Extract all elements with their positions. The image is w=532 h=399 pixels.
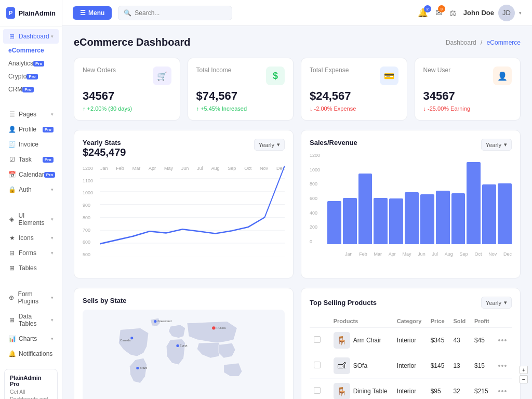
zoom-out-button[interactable]: − [520,375,528,383]
chevron-down-icon: ▾ [51,34,54,39]
row-sold-0: 43 [449,328,470,353]
stat-value-expense: $24,567 [310,89,398,103]
sidebar-item-form-plugins[interactable]: ⊕ Form Plugins ▾ [3,287,59,309]
product-img-1: 🛋 [334,357,350,374]
pin-egypt [176,344,179,347]
sidebar-item-task[interactable]: ☑ Task Pro [3,152,59,167]
checkbox-0[interactable] [314,336,321,343]
row-profit-2: $215 [470,379,494,400]
col-check [310,315,329,328]
yearly-stats-value: $245,479 [83,147,126,158]
sales-revenue-title: Sales/Revenue [310,139,357,147]
sidebar-item-forms[interactable]: ⊟ Forms ▾ [3,246,59,260]
checkbox-1[interactable] [314,362,321,368]
sidebar-item-invoice[interactable]: 🧾 Invoice [3,137,59,152]
search-box[interactable]: 🔍 [118,6,232,20]
sidebar-item-tables[interactable]: ⊞ Tables [3,261,59,275]
bottom-row: Sells by State [74,288,521,399]
sidebar-item-ecommerce[interactable]: eCommerce [3,44,59,57]
col-actions [494,315,512,328]
y-axis-labels-sales: 1200 1000 800 600 400 200 0 [310,153,325,244]
checkbox-2[interactable] [314,387,321,394]
sidebar-item-ui-elements[interactable]: ◈ UI Elements ▾ [3,208,59,230]
notification-bell-wrap[interactable]: 🔔 2 [418,8,428,18]
map-zoom-controls: + − [520,366,528,383]
breadcrumb-separator: / [481,39,482,46]
sidebar-item-crypto[interactable]: Crypto Pro [3,70,59,83]
promo-text: Get All Dashboards and 300+ UI Elements [10,389,52,399]
sidebar-item-icons[interactable]: ★ Icons ▾ [3,231,59,245]
x-axis-labels-sales: Jan Feb Mar Apr May Jun Jul Aug Sep Oct … [327,251,512,257]
stat-change-orders: ↑ +2.00% (30 days) [83,105,171,112]
sidebar-item-auth[interactable]: 🔒 Auth ▾ [3,182,59,197]
row-more-1: ••• [494,353,512,379]
form-plugins-label: Form Plugins [18,290,51,305]
calendar-label: Calendar [19,171,44,178]
sales-revenue-dropdown[interactable]: Yearly ▾ [481,139,512,151]
russia-asia-shape [187,322,237,343]
more-options-button-2[interactable]: ••• [498,387,508,395]
filter-icon[interactable]: ⚖ [449,8,456,18]
profile-label: Profile [19,126,36,133]
forms-icon: ⊟ [8,249,16,257]
promo-title: PlainAdmin Pro [10,375,52,387]
bar-may [389,198,403,244]
sidebar-item-data-tables[interactable]: ⊞ Data Tables ▾ [3,309,59,331]
label-egypt: Egypt [180,344,188,347]
yearly-dropdown-label: Yearly [259,142,274,148]
sidebar-item-profile[interactable]: 👤 Profile Pro [3,122,59,137]
row-product-0: 🪑 Arm Chair [329,328,393,353]
user-chevron-icon: ▾ [519,10,522,16]
stat-label-income: Total Income [196,66,232,74]
yearly-stats-dropdown[interactable]: Yearly ▾ [254,139,285,151]
products-table: Products Category Price Sold Profit 🪑 A [310,315,512,399]
yearly-stats-title: Yearly Stats [83,139,126,147]
task-badge: Pro [43,157,54,163]
menu-button[interactable]: ☰ Menu [73,6,112,20]
products-card-header: Top Selling Products Yearly ▾ [310,297,512,309]
table-header-row: Products Category Price Sold Profit [310,315,512,328]
zoom-in-button[interactable]: + [520,366,528,374]
pages-icon: ☰ [8,111,16,118]
page-content: eCommerce Dashboard Dashboard / eCommerc… [62,26,532,399]
sales-dropdown-label: Yearly [486,142,501,148]
sidebar-item-crm[interactable]: CRM Pro [3,83,59,96]
more-options-button-0[interactable]: ••• [498,336,508,344]
page-title: eCommerce Dashboard [74,36,191,48]
row-category-1: Interior [393,353,427,379]
sidebar-item-notifications[interactable]: 🔔 Notifications [3,347,59,361]
sidebar-item-charts[interactable]: 📊 Charts ▾ [3,331,59,346]
change-text-orders: +2.00% (30 days) [87,105,132,112]
avatar: JD [498,5,515,21]
sidebar-item-calendar[interactable]: 📅 Calendar Pro [3,167,59,182]
col-products: Products [329,315,393,328]
form-plugins-icon: ⊕ [8,294,15,301]
income-icon: $ [266,66,285,85]
row-sold-1: 13 [449,353,470,379]
user-profile-menu[interactable]: John Doe JD ▾ [463,5,522,21]
table-row: 🪑 Arm Chair Interior $345 43 $45 ••• [310,328,512,353]
row-category-0: Interior [393,328,427,353]
bar-chart-wrap: 1200 1000 800 600 400 200 0 [310,153,512,257]
topbar: ☰ Menu 🔍 🔔 2 ✉ 3 ⚖ John Doe JD ▾ [62,0,532,26]
message-icon-wrap[interactable]: ✉ 3 [435,8,442,18]
pin-canada [130,337,133,339]
products-dropdown[interactable]: Yearly ▾ [481,297,512,309]
sidebar-item-dashboard[interactable]: ⊞ Dashboard ▾ [3,29,59,44]
breadcrumb: Dashboard / eCommerce [446,39,521,46]
more-options-button-1[interactable]: ••• [498,362,508,370]
sidebar-item-analytics[interactable]: Analytics Pro [3,57,59,70]
arrow-down-icon-expense: ↓ [310,105,313,112]
stat-card-new-orders: New Orders 🛒 34567 ↑ +2.00% (30 days) [74,58,180,121]
row-price-0: $345 [427,328,449,353]
profile-badge: Pro [43,127,54,132]
menu-label: Menu [88,9,104,17]
sidebar-item-pages[interactable]: ☰ Pages ▾ [3,107,59,122]
bar-sep [451,193,466,244]
invoice-label: Invoice [19,141,38,148]
bar-chart-area [327,155,512,244]
bar-jul [420,194,434,244]
search-input[interactable] [135,9,227,17]
sidebar-sub-label: eCommerce [8,47,44,54]
product-name-0: Arm Chair [353,337,381,344]
